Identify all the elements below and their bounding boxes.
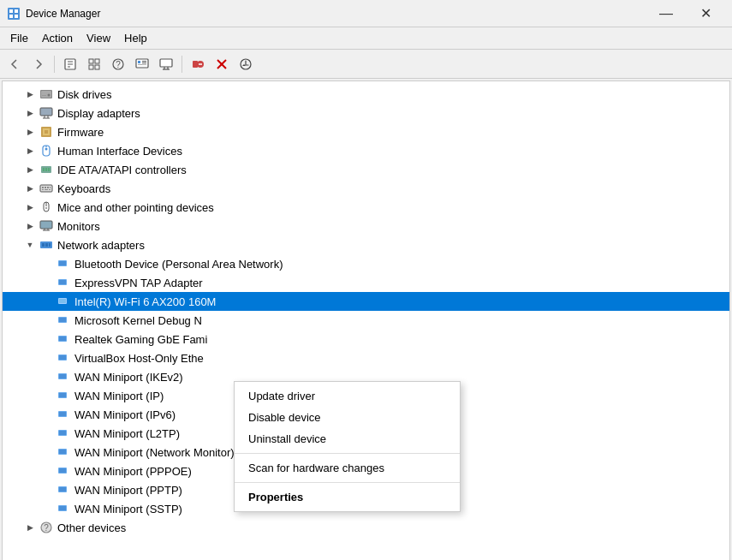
menu-help[interactable]: Help [117, 29, 154, 48]
ide-icon [39, 162, 54, 177]
expand-icon [40, 483, 54, 497]
display-icon [39, 105, 54, 121]
svg-rect-40 [45, 130, 48, 134]
tree-item-hid[interactable]: ▶ Human Interface Devices [3, 141, 729, 160]
menu-action[interactable]: Action [35, 29, 80, 48]
network-card-icon12 [56, 463, 71, 479]
expand-icon [40, 408, 54, 421]
ctx-properties[interactable]: Properties [235, 486, 460, 508]
expand-icon [40, 389, 54, 402]
display-adapters-label: Display adapters [57, 107, 140, 120]
expand-icon [40, 295, 54, 308]
tree-item-monitors[interactable]: ▶ Monitors [3, 217, 729, 235]
ctx-uninstall-device[interactable]: Uninstall device [235, 428, 460, 450]
expand-icon: ▶ [23, 182, 37, 195]
svg-rect-86 [59, 431, 66, 435]
tree-item-bluetooth[interactable]: Bluetooth Device (Personal Area Network) [3, 254, 729, 273]
expand-icon: ▶ [23, 106, 37, 120]
tree-item-keyboards[interactable]: ▶ Keyboards [3, 179, 729, 198]
tree-item-firmware[interactable]: ▶ Firmware [3, 122, 729, 141]
wan-nm-label: WAN Miniport (Network Monitor) [74, 446, 235, 459]
close-button[interactable]: ✕ [686, 0, 725, 27]
expand-icon [40, 313, 54, 327]
menu-view[interactable]: View [80, 29, 117, 48]
tree-item-vbox[interactable]: VirtualBox Host-Only Ethe [3, 349, 729, 367]
ctx-scan-hardware[interactable]: Scan for hardware changes [235, 457, 460, 479]
wan-ipv6-label: WAN Miniport (IPv6) [74, 408, 176, 421]
expand-icon: ▶ [23, 219, 37, 233]
tree-item-network-adapters[interactable]: ▼ Network adapters [3, 235, 729, 254]
network-card-icon7 [56, 369, 71, 384]
tree-item-realtek[interactable]: Realtek Gaming GbE Fami [3, 330, 729, 349]
svg-text:?: ? [44, 523, 49, 533]
wan-pppoe-label: WAN Miniport (PPPOE) [74, 465, 192, 478]
svg-rect-51 [47, 187, 49, 188]
properties-button[interactable] [59, 53, 81, 75]
tree-item-expressvpn[interactable]: ExpressVPN TAP Adapter [3, 273, 729, 292]
mouse-icon [39, 200, 54, 215]
svg-rect-2 [15, 9, 18, 13]
content-area[interactable]: ▶ Disk drives ▶ Display adapters ▶ Firmw… [2, 80, 730, 560]
wan-pptp-label: WAN Miniport (PPTP) [74, 484, 182, 497]
svg-rect-74 [59, 318, 66, 322]
svg-rect-55 [49, 189, 51, 190]
ctx-update-driver[interactable]: Update driver [235, 385, 460, 407]
tree-item-other[interactable]: ▶ ? Other devices [3, 518, 729, 537]
svg-rect-76 [59, 337, 66, 341]
svg-rect-80 [59, 374, 66, 378]
expand-icon [40, 464, 54, 478]
back-button[interactable] [3, 53, 26, 75]
update-button[interactable] [235, 53, 257, 75]
svg-rect-65 [45, 243, 48, 247]
network-card-icon10 [56, 426, 71, 441]
expand-icon [40, 332, 54, 346]
expand-icon [40, 257, 54, 271]
firmware-icon [39, 124, 54, 140]
svg-rect-4 [15, 15, 18, 18]
tree-item-ide[interactable]: ▶ IDE ATA/ATAPI controllers [3, 160, 729, 179]
bluetooth-label: Bluetooth Device (Personal Area Network) [74, 258, 283, 271]
help-button[interactable]: ? [107, 53, 129, 75]
expand-icon: ▶ [23, 144, 37, 158]
minimize-button[interactable]: — [646, 0, 686, 27]
network-card-icon5 [56, 331, 71, 347]
menu-file[interactable]: File [3, 29, 35, 48]
tree-item-display-adapters[interactable]: ▶ Display adapters [3, 104, 729, 122]
svg-point-32 [48, 94, 51, 97]
firmware-label: Firmware [57, 126, 104, 139]
svg-rect-94 [59, 506, 66, 510]
keyboard-icon [39, 181, 54, 196]
view-button[interactable] [83, 53, 105, 75]
wan-l2tp-label: WAN Miniport (L2TP) [74, 427, 180, 440]
network-icon [39, 237, 54, 253]
svg-rect-90 [59, 468, 66, 473]
delete-button[interactable] [211, 53, 233, 75]
forward-button[interactable] [27, 53, 50, 75]
svg-rect-47 [48, 168, 50, 171]
tree-item-mice[interactable]: ▶ Mice and other pointing devices [3, 198, 729, 217]
app-icon [7, 7, 21, 21]
ctx-sep-1 [235, 453, 460, 454]
tree-item-ms-kernel[interactable]: Microsoft Kernel Debug N [3, 311, 729, 330]
network-card-icon14 [56, 501, 71, 516]
svg-rect-3 [9, 15, 13, 18]
svg-rect-11 [89, 65, 93, 69]
remove-button[interactable] [187, 53, 209, 75]
tree-item-intel-wifi[interactable]: Intel(R) Wi-Fi 6 AX200 160M [3, 292, 729, 311]
network-card-icon13 [56, 482, 71, 497]
tree-item-disk-drives[interactable]: ▶ Disk drives [3, 85, 729, 104]
svg-rect-49 [42, 187, 44, 188]
wan-ikev2-label: WAN Miniport (IKEv2) [74, 371, 183, 384]
svg-rect-19 [138, 64, 146, 65]
intel-wifi-label: Intel(R) Wi-Fi 6 AX200 160M [74, 295, 216, 308]
ms-kernel-label: Microsoft Kernel Debug N [74, 314, 202, 327]
expand-icon: ▶ [23, 200, 37, 214]
svg-rect-53 [42, 189, 44, 190]
svg-rect-78 [59, 355, 66, 360]
ctx-disable-device[interactable]: Disable device [235, 407, 460, 428]
monitor-button[interactable] [155, 53, 177, 75]
expand-icon: ▶ [23, 163, 37, 176]
scan-button[interactable] [131, 53, 153, 75]
network-card-icon4 [56, 313, 71, 328]
disk-icon [39, 86, 54, 102]
